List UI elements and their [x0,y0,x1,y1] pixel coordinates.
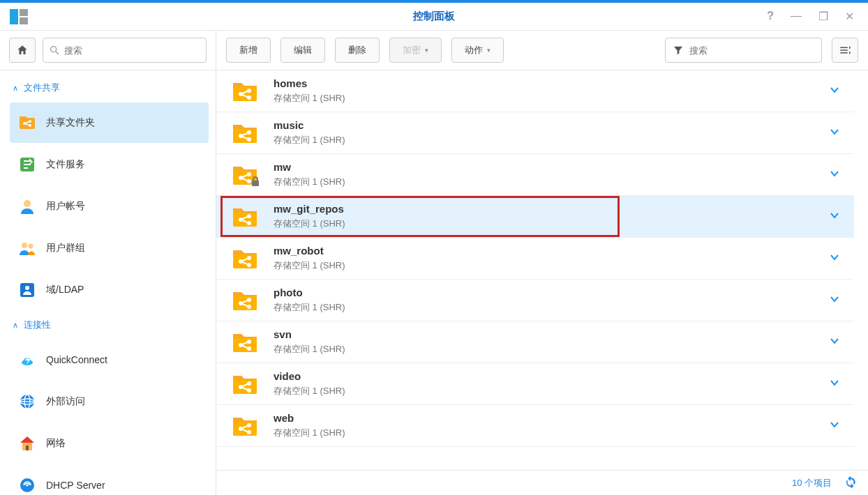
home-button[interactable] [9,38,36,63]
chevron-down-icon [829,84,840,96]
ldap-icon [18,281,36,299]
svg-line-4 [56,52,59,54]
folder-text: mw_git_repos存储空间 1 (SHR) [274,203,826,230]
expand-button[interactable] [826,291,843,310]
expand-button[interactable] [826,374,843,394]
section-header[interactable]: ∧连接性 [7,312,211,338]
svg-point-3 [51,47,57,52]
expand-button[interactable] [826,82,843,101]
folder-name: mw [274,161,826,173]
svg-point-17 [25,286,29,290]
folder-row[interactable]: svn存储空间 1 (SHR) [216,321,854,363]
sidebar-search-input[interactable] [64,45,200,56]
section-label: 文件共享 [24,82,60,94]
folder-name: music [274,119,826,131]
folder-row[interactable]: homes存储空间 1 (SHR) [216,70,854,112]
folder-name: photo [274,287,826,298]
dhcp-icon [18,476,36,494]
nav-item[interactable]: 共享文件夹 [10,102,209,143]
folder-text: web存储空间 1 (SHR) [274,412,826,439]
folder-name: svn [274,328,826,340]
folder-row[interactable]: video存储空间 1 (SHR) [216,363,854,405]
chevron-down-icon [829,210,840,221]
chevron-down-icon [829,252,840,263]
share-folder-icon [232,122,258,144]
folder-text: photo存储空间 1 (SHR) [274,287,826,314]
folder-text: mw_robot存储空间 1 (SHR) [274,245,826,272]
statusbar: 10 个项目 [216,470,868,495]
svg-rect-24 [26,446,29,450]
nav-item[interactable]: DHCP Server [10,465,209,495]
refresh-button[interactable] [844,475,857,490]
nav-item-label: 网络 [46,437,66,450]
delete-button[interactable]: 删除 [335,38,380,63]
filter-input[interactable] [689,45,814,56]
main-panel: 新增 编辑 删除 加密 ▾ 动作 ▾ homes存储空间 1 (SHR)musi… [216,31,868,495]
section-label: 连接性 [24,319,51,331]
help-icon[interactable]: ? [767,10,774,23]
edit-button[interactable]: 编辑 [280,38,325,63]
folder-row[interactable]: mw_git_repos存储空间 1 (SHR) [216,196,854,238]
folder-name: homes [274,77,826,89]
folder-sub: 存储空间 1 (SHR) [274,92,826,105]
share-folder-icon [232,247,258,270]
folder-name: web [274,412,826,424]
nav-item[interactable]: 用户群组 [10,228,209,268]
refresh-icon [844,475,857,488]
folder-sub: 存储空间 1 (SHR) [274,176,826,188]
svg-rect-42 [252,181,259,186]
share-folder-icon [232,80,258,102]
list-settings-icon [839,44,851,56]
folder-sub: 存储空间 1 (SHR) [274,259,826,272]
minimize-icon[interactable]: — [791,10,802,23]
new-button[interactable]: 新增 [226,38,271,63]
nav-item-label: 文件服务 [46,158,85,171]
expand-button[interactable] [826,207,843,227]
svg-point-15 [29,244,33,249]
nav-item[interactable]: 用户帐号 [10,186,209,227]
folder-name: mw_git_repos [274,203,826,215]
folder-row[interactable]: web存储空间 1 (SHR) [216,405,854,447]
chevron-up-icon: ∧ [13,84,18,93]
svg-rect-6 [20,116,27,121]
expand-button[interactable] [826,416,843,436]
folder-text: svn存储空间 1 (SHR) [274,328,826,356]
nav-item-label: QuickConnect [46,354,107,365]
share-folder-icon [232,373,258,395]
folder-text: mw存储空间 1 (SHR) [274,161,826,188]
share-folder-icon [232,206,258,228]
section-header[interactable]: ∧文件共享 [7,75,211,101]
svg-point-13 [24,200,31,207]
svg-rect-1 [20,9,28,16]
filter-box[interactable] [665,38,822,63]
sidebar-search[interactable] [43,38,207,63]
nav-item-label: 域/LDAP [46,284,84,296]
folder-row[interactable]: mw_robot存储空间 1 (SHR) [216,238,854,280]
nav-item[interactable]: 域/LDAP [10,270,209,310]
nav-item[interactable]: QuickConnect [10,340,209,380]
expand-button[interactable] [826,333,843,352]
chevron-down-icon [829,419,840,430]
expand-button[interactable] [826,165,843,185]
expand-button[interactable] [826,249,843,268]
expand-button[interactable] [826,123,843,143]
quickconnect-icon [18,351,36,369]
folder-row[interactable]: photo存储空间 1 (SHR) [216,280,854,321]
globe-icon [18,393,36,411]
share-folder-icon [232,289,258,312]
nav-item[interactable]: 文件服务 [10,144,209,185]
action-button[interactable]: 动作 ▾ [451,38,504,63]
folder-sub: 存储空间 1 (SHR) [274,427,826,439]
nav-item-label: 用户帐号 [46,200,85,213]
list-settings-button[interactable] [832,38,858,63]
nav-item[interactable]: 外部访问 [10,381,209,422]
folder-row[interactable]: music存储空间 1 (SHR) [216,112,854,154]
share-folder-icon [18,114,36,132]
folder-row[interactable]: mw存储空间 1 (SHR) [216,154,854,196]
maximize-icon[interactable]: ❐ [818,10,828,23]
nav-item[interactable]: 网络 [10,423,209,464]
network-icon [18,434,36,452]
chevron-down-icon [829,377,840,388]
encrypt-button[interactable]: 加密 ▾ [389,38,442,63]
close-icon[interactable]: ✕ [845,10,854,23]
